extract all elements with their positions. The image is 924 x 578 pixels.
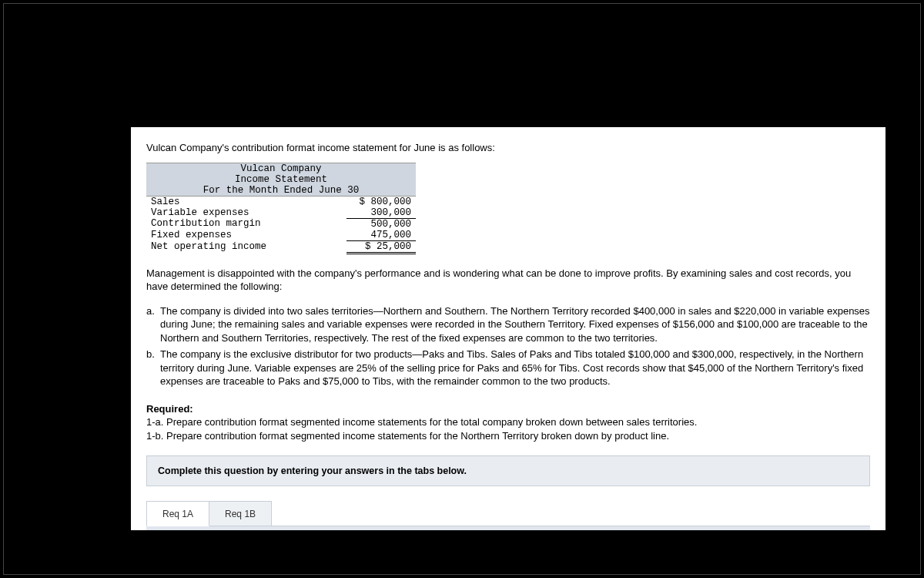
table-row: Sales $ 800,000: [146, 196, 416, 207]
list-item: b. The company is the exclusive distribu…: [146, 348, 870, 388]
row-value: $ 800,000: [346, 196, 416, 207]
required-lines: 1-a. Prepare contribution format segment…: [146, 415, 870, 442]
question-card: Vulcan Company's contribution format inc…: [131, 127, 886, 555]
table-row: Contribution margin 500,000: [146, 218, 416, 230]
table-row: Fixed expenses 475,000: [146, 230, 416, 241]
tab-req-1a[interactable]: Req 1A: [146, 501, 209, 526]
row-label: Sales: [146, 196, 346, 207]
row-label: Contribution margin: [146, 218, 346, 230]
list-item: a. The company is divided into two sales…: [146, 304, 870, 345]
management-paragraph: Management is disappointed with the comp…: [146, 267, 870, 294]
stmt-title: Income Statement: [146, 174, 416, 185]
instruction-bar: Complete this question by entering your …: [146, 455, 870, 486]
item-a-label: a.: [146, 304, 160, 345]
stmt-period: For the Month Ended June 30: [146, 185, 416, 197]
item-b-text: The company is the exclusive distributor…: [160, 348, 870, 388]
required-1a: 1-a. Prepare contribution format segment…: [146, 415, 870, 429]
bottom-black-bar: [131, 530, 886, 555]
tab-req-1b[interactable]: Req 1B: [209, 501, 272, 526]
tabs-row: Req 1A Req 1B: [146, 500, 870, 526]
row-label: Variable expenses: [146, 207, 346, 219]
stmt-company: Vulcan Company: [146, 163, 416, 174]
row-value: 500,000: [346, 218, 416, 230]
table-row: Net operating income $ 25,000: [146, 240, 416, 253]
item-b-label: b.: [146, 348, 160, 388]
findings-list: a. The company is divided into two sales…: [146, 304, 870, 388]
required-heading: Required:: [146, 402, 870, 416]
item-a-text: The company is divided into two sales te…: [160, 304, 870, 345]
intro-text: Vulcan Company's contribution format inc…: [146, 141, 870, 155]
required-1b: 1-b. Prepare contribution format segment…: [146, 429, 870, 443]
income-statement-table: Vulcan Company Income Statement For the …: [146, 163, 416, 254]
row-value: 300,000: [346, 207, 416, 219]
row-value: $ 25,000: [346, 240, 416, 253]
outer-frame: Vulcan Company's contribution format inc…: [3, 3, 921, 575]
row-label: Net operating income: [146, 240, 346, 253]
table-row: Variable expenses 300,000: [146, 207, 416, 219]
row-value: 475,000: [346, 230, 416, 241]
row-label: Fixed expenses: [146, 230, 346, 241]
